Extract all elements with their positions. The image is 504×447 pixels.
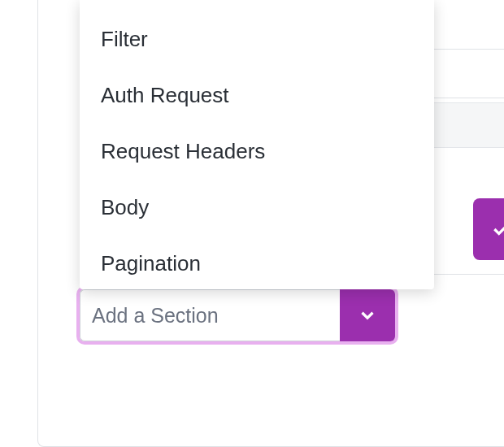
dropdown-item-label: Body	[101, 195, 149, 219]
dropdown-item-label: Filter	[101, 27, 148, 51]
dropdown-item-pagination[interactable]: Pagination	[80, 236, 434, 292]
dropdown-item-request-headers[interactable]: Request Headers	[80, 124, 434, 180]
dropdown-item-body[interactable]: Body	[80, 180, 434, 236]
dropdown-item-label: Pagination	[101, 251, 201, 276]
dropdown-item-filter[interactable]: Filter	[80, 11, 434, 67]
chevron-down-icon	[357, 305, 378, 326]
add-section-combobox	[80, 289, 395, 341]
dropdown-item-label: Auth Request	[101, 83, 229, 107]
check-icon	[491, 219, 504, 240]
dropdown-item-auth-request[interactable]: Auth Request	[80, 67, 434, 124]
add-section-toggle[interactable]	[340, 289, 395, 341]
add-section-dropdown: Filter Auth Request Request Headers Body…	[80, 0, 434, 289]
add-section-input[interactable]	[80, 289, 340, 341]
dropdown-item-label: Request Headers	[101, 139, 265, 163]
save-button[interactable]	[473, 198, 504, 260]
